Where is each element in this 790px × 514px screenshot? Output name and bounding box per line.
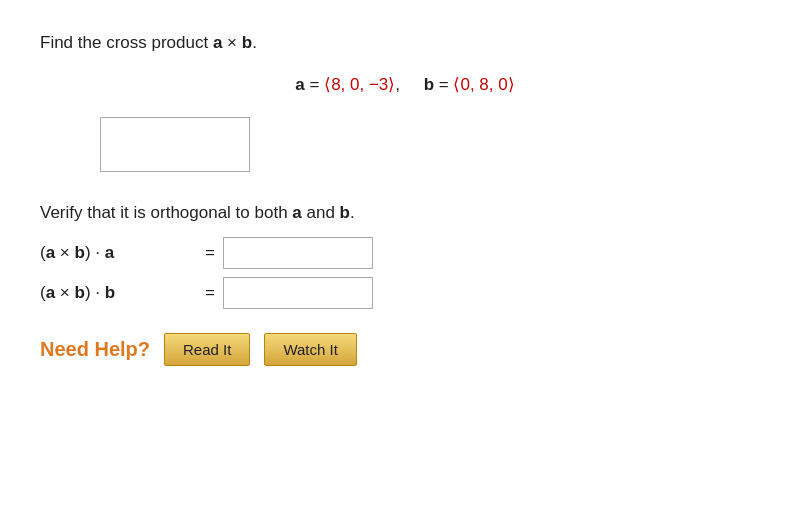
verify-row-b: (a × b) · b = bbox=[40, 277, 750, 309]
verify-input-b[interactable] bbox=[223, 277, 373, 309]
problem-statement: Find the cross product a × b. bbox=[40, 30, 750, 56]
vector-a-label: a bbox=[295, 75, 304, 94]
verify-label-a: (a × b) · a bbox=[40, 243, 205, 263]
cross-product-answer-box[interactable] bbox=[100, 117, 250, 172]
verify-bold-b: b bbox=[340, 203, 350, 222]
verify-label-b: (a × b) · b bbox=[40, 283, 205, 303]
verify-input-a[interactable] bbox=[223, 237, 373, 269]
bold-b-title: b bbox=[242, 33, 252, 52]
verify-section: Verify that it is orthogonal to both a a… bbox=[40, 200, 750, 310]
vector-b-label: b bbox=[424, 75, 434, 94]
verify-row-a: (a × b) · a = bbox=[40, 237, 750, 269]
verify-title: Verify that it is orthogonal to both a a… bbox=[40, 200, 750, 226]
vectors-line: a = ⟨8, 0, −3⟩, b = ⟨0, 8, 0⟩ bbox=[40, 74, 750, 95]
equals-sign-b: = bbox=[205, 283, 215, 303]
need-help-label: Need Help? bbox=[40, 338, 150, 361]
vector-a-value: ⟨8, 0, −3⟩ bbox=[324, 75, 395, 94]
equals-sign-a: = bbox=[205, 243, 215, 263]
help-row: Need Help? Read It Watch It bbox=[40, 333, 750, 366]
bold-a-title: a bbox=[213, 33, 222, 52]
read-it-button[interactable]: Read It bbox=[164, 333, 250, 366]
watch-it-button[interactable]: Watch It bbox=[264, 333, 356, 366]
vector-b-value: ⟨0, 8, 0⟩ bbox=[453, 75, 514, 94]
verify-bold-a: a bbox=[292, 203, 301, 222]
